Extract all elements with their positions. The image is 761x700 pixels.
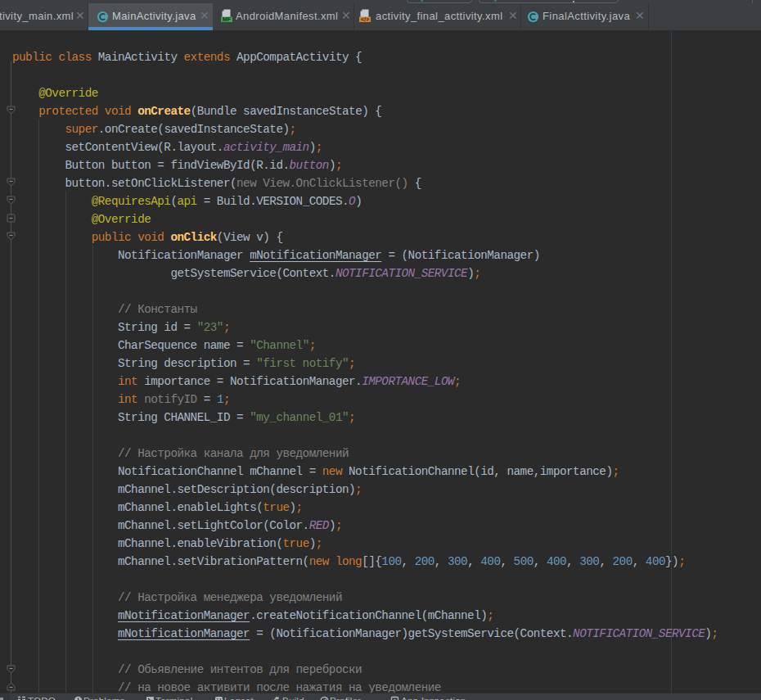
svg-text:</>: </>	[361, 16, 369, 22]
svg-text:MF: MF	[223, 16, 232, 22]
